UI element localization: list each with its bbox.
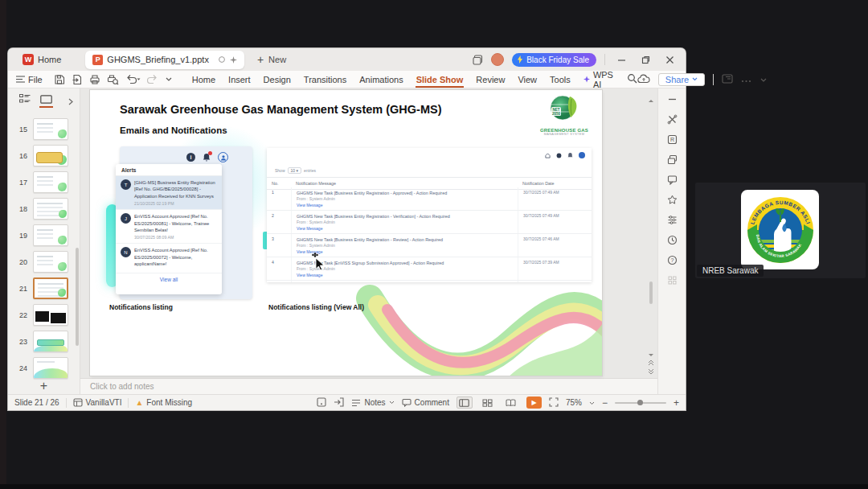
menu-item[interactable]: Insert (222, 73, 257, 86)
document-scrollbar[interactable] (648, 90, 655, 376)
menu-item[interactable]: Design (257, 73, 297, 86)
zoom-percentage[interactable]: 75% (566, 398, 582, 407)
normal-view-button[interactable] (457, 397, 473, 409)
slide-thumbnail[interactable]: 19 (8, 222, 80, 249)
menu-item[interactable]: Review (469, 73, 511, 86)
undo-button[interactable] (125, 74, 141, 84)
slide-thumbnail[interactable]: 15 (8, 116, 80, 142)
slide-number: 18 (14, 205, 27, 213)
close-button[interactable] (661, 51, 678, 68)
alert-item[interactable]: T [GHG-MS] Business Entity Registration … (116, 176, 222, 210)
slide-sorter-view-button[interactable] (480, 397, 496, 409)
collapse-ribbon-button[interactable] (760, 75, 768, 84)
collapse-panel-chevron[interactable] (68, 94, 73, 109)
collapse-sidebar-button[interactable] (667, 94, 678, 105)
next-slide-button[interactable] (648, 368, 654, 375)
slide-thumbnail[interactable]: 23 (8, 328, 80, 355)
outline-view-button[interactable] (19, 94, 31, 104)
apps-grid-button[interactable] (667, 275, 678, 286)
resume-assistant-button[interactable]: R (667, 134, 678, 145)
tab-home[interactable]: W Home (13, 48, 71, 71)
menu-item[interactable]: Home (186, 73, 222, 86)
comment-button[interactable]: Comment (402, 398, 449, 407)
settings-sliders-button[interactable] (667, 215, 678, 225)
slide-thumbnail[interactable]: 17 (8, 169, 80, 195)
doc-modified-icon[interactable] (230, 56, 237, 64)
wps-ai-button[interactable]: WPS AI (577, 70, 622, 89)
view-all-link[interactable]: View all (116, 273, 222, 285)
help-button[interactable]: ? (667, 255, 678, 265)
reading-view-button[interactable] (503, 397, 519, 409)
task-window-button[interactable] (722, 74, 733, 85)
thumbnail-scrollbar[interactable] (76, 248, 79, 346)
slide-canvas[interactable]: Sarawak Greenhouse Gas Management System… (90, 90, 602, 376)
output-as-pdf-button[interactable] (72, 74, 83, 85)
slide-pane-toggle-button[interactable] (317, 397, 326, 409)
redo-button[interactable] (147, 74, 158, 84)
view-message-link[interactable]: View Message (297, 249, 513, 256)
new-tab-button[interactable]: + New (257, 54, 286, 65)
scroll-down-arrow[interactable] (648, 353, 654, 357)
jump-to-slide-button[interactable] (334, 397, 344, 409)
slide-view-button[interactable] (40, 95, 52, 104)
participant-video-tile[interactable]: LEMBAGA SUMBER ASLI DAN ALAM SEKITAR SAR… (695, 183, 866, 278)
zoom-slider[interactable] (615, 398, 666, 408)
alert-item[interactable]: J EnVISS Account Approved [Ref No. ES/20… (116, 210, 222, 244)
save-button[interactable] (54, 74, 65, 85)
zoom-preset-chevron[interactable] (589, 398, 595, 407)
tab-document[interactable]: P GHGMS_Briefing_v1.pptx (85, 51, 244, 69)
view-message-link[interactable]: View Message (297, 226, 513, 232)
previous-slide-button[interactable] (648, 360, 654, 366)
minimize-button[interactable] (613, 51, 629, 68)
slide-thumbnail[interactable]: 22 (8, 302, 80, 328)
history-clock-button[interactable] (667, 235, 678, 245)
menu-item[interactable]: Slide Show (410, 73, 470, 86)
tools-button[interactable] (667, 114, 678, 125)
menu-item[interactable]: View (511, 73, 543, 86)
shapes-layers-button[interactable] (667, 154, 678, 165)
tab-list-icon[interactable] (473, 55, 483, 65)
alert-item[interactable]: N EnVISS Account Approved [Ref No. ES/20… (116, 244, 222, 273)
view-message-link[interactable]: View Message (297, 273, 513, 279)
black-friday-sale-button[interactable]: Black Friday Sale (512, 53, 596, 67)
more-options-button[interactable] (741, 75, 751, 84)
restore-button[interactable] (637, 51, 653, 68)
slideshow-play-button[interactable]: ▶ (526, 397, 542, 409)
menu-item[interactable]: Animations (353, 73, 409, 86)
alert-text: EnVISS Account Approved [Ref No. ES/2025… (134, 247, 217, 267)
slide-thumbnail[interactable]: 16 (8, 142, 80, 169)
scroll-up-arrow[interactable] (648, 92, 654, 106)
notes-toggle-button[interactable]: Notes (351, 398, 394, 407)
fullscreen-button[interactable] (549, 397, 559, 409)
ribbon-search-button[interactable] (627, 73, 637, 85)
comment-panel-button[interactable] (667, 175, 678, 185)
new-tab-label: New (268, 55, 286, 64)
menu-item[interactable]: Transitions (297, 73, 353, 86)
slide-thumbnail[interactable]: 24 (8, 355, 80, 381)
notes-pane[interactable]: Click to add notes (80, 378, 657, 394)
scrollbar-thumb[interactable] (649, 281, 653, 304)
slide-thumbnail[interactable]: 20 (8, 249, 80, 275)
view-message-link[interactable]: View Message (297, 203, 513, 209)
zoom-in-button[interactable]: + (674, 397, 679, 409)
slide-thumbnail[interactable]: 18 (8, 195, 80, 222)
file-menu-button[interactable]: File (16, 75, 43, 84)
customize-toolbar-chevron[interactable] (165, 76, 173, 82)
font-missing-warning[interactable]: ▲ Font Missing (135, 398, 192, 407)
zoom-slider-knob[interactable] (637, 400, 643, 405)
cloud-sync-button[interactable] (637, 74, 650, 85)
menu-item[interactable]: Tools (543, 73, 577, 86)
user-avatar[interactable] (491, 53, 504, 66)
print-preview-button[interactable] (107, 74, 119, 85)
add-slide-button[interactable]: + (8, 380, 80, 392)
show-entries-control[interactable]: Show 10 ▾ entries (275, 167, 316, 174)
star-resources-button[interactable] (667, 195, 678, 205)
share-button[interactable]: Share (658, 73, 705, 86)
theme-indicator[interactable]: VanillaVTI (73, 398, 122, 407)
slide-thumbnail-image (33, 331, 68, 352)
print-button[interactable] (89, 74, 100, 85)
entries-select[interactable]: 10 ▾ (288, 167, 301, 174)
slide-thumbnail[interactable]: 21 (8, 275, 80, 302)
zoom-out-button[interactable]: − (602, 397, 608, 409)
statusbar-separator (128, 398, 129, 408)
